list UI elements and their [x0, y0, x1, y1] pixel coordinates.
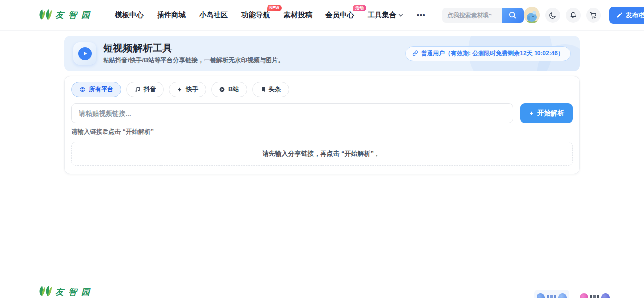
pencil-icon: [616, 12, 623, 18]
footer-logo[interactable]: 友智园: [38, 284, 94, 298]
cart-icon: [590, 11, 597, 19]
activity-badge: 活动: [353, 5, 366, 11]
banner-texts: 短视频解析工具 粘贴抖音/快手/B站等平台分享链接，一键解析无水印视频与图片。: [103, 42, 284, 65]
badge-logo-icon: [558, 293, 567, 298]
nav-item-feature-nav[interactable]: 功能导航 NEW: [241, 10, 270, 20]
platform-tabs: 所有平台 抖音 快手 B站: [71, 82, 573, 97]
footer-logo-leaves-icon: [38, 284, 53, 298]
notifications-button[interactable]: [566, 8, 581, 23]
chevron-down-icon: [398, 13, 403, 18]
bell-icon: [569, 11, 577, 19]
cart-button[interactable]: [586, 8, 601, 23]
search-icon: [508, 11, 517, 19]
tab-all-platforms[interactable]: 所有平台: [71, 82, 121, 97]
globe-icon: [79, 86, 86, 93]
top-header: 友智园 模板中心 插件商城 小岛社区 功能导航 NEW 素材投稿 会员中心 活动…: [0, 0, 644, 31]
bolt-icon: [529, 110, 534, 117]
play-circle-icon: [219, 86, 225, 93]
nav-item-template-center[interactable]: 模板中心: [115, 10, 144, 20]
tab-douyin[interactable]: 抖音: [126, 82, 164, 97]
header-actions: 发布/投稿 开通会员: [524, 7, 644, 24]
footer-certification-badge-1[interactable]: [534, 290, 569, 298]
play-icon: [78, 47, 92, 60]
site-logo[interactable]: 友智园: [38, 8, 94, 23]
user-avatar[interactable]: [524, 7, 540, 23]
main-content: 短视频解析工具 粘贴抖音/快手/B站等平台分享链接，一键解析无水印视频与图片。 …: [64, 36, 580, 174]
helper-text: 请输入链接后点击 “开始解析”: [71, 128, 573, 136]
empty-state-text: 请先输入分享链接，再点击 “开始解析” 。: [262, 149, 381, 158]
lightning-icon: [177, 86, 183, 93]
tool-banner: 短视频解析工具 粘贴抖音/快手/B站等平台分享链接，一键解析无水印视频与图片。 …: [64, 36, 580, 71]
video-link-input[interactable]: [71, 103, 513, 123]
nav-item-island-community[interactable]: 小岛社区: [199, 10, 228, 20]
empty-state: 请先输入分享链接，再点击 “开始解析” 。: [71, 142, 573, 166]
start-parse-button[interactable]: 开始解析: [520, 103, 573, 123]
dark-mode-button[interactable]: [545, 8, 560, 23]
badge-logo-icon: [580, 293, 588, 298]
page-title: 短视频解析工具: [103, 42, 284, 54]
footer-badges: [534, 290, 612, 298]
footer-certification-badge-2[interactable]: [577, 290, 612, 298]
avatar-illustration: [525, 10, 538, 23]
search-input[interactable]: [442, 8, 502, 23]
parser-card: 所有平台 抖音 快手 B站: [64, 76, 580, 174]
music-note-icon: [134, 86, 141, 93]
publish-button[interactable]: 发布/投稿: [609, 7, 644, 24]
tab-toutiao[interactable]: 头条: [252, 82, 289, 97]
badge-logo-icon: [601, 293, 610, 298]
nav-item-material-submit[interactable]: 素材投稿: [283, 10, 312, 20]
user-status-badge: 普通用户（有效期: 公测限时免费剩余12天 10:02:46）: [405, 46, 571, 61]
parse-input-row: 开始解析: [71, 103, 573, 123]
page-subtitle: 粘贴抖音/快手/B站等平台分享链接，一键解析无水印视频与图片。: [103, 56, 284, 65]
bookmark-icon: [260, 86, 266, 93]
nav-item-plugin-mall[interactable]: 插件商城: [157, 10, 186, 20]
search-button[interactable]: [502, 8, 524, 23]
logo-text: 友智园: [55, 9, 94, 21]
badge-logo-icon: [537, 293, 545, 298]
tab-bilibili[interactable]: B站: [211, 82, 247, 97]
moon-icon: [549, 11, 557, 19]
tab-kuaishou[interactable]: 快手: [169, 82, 206, 97]
main-nav: 模板中心 插件商城 小岛社区 功能导航 NEW 素材投稿 会员中心 活动 工具集…: [115, 10, 426, 20]
nav-more-menu[interactable]: •••: [417, 11, 426, 19]
header-search: [442, 8, 524, 23]
logo-leaves-icon: [38, 8, 53, 23]
nav-item-member-center[interactable]: 会员中心 活动: [325, 10, 354, 20]
nav-item-tools-dropdown[interactable]: 工具集合: [368, 10, 403, 20]
footer-logo-text: 友智园: [55, 286, 94, 298]
new-badge: NEW: [267, 5, 282, 11]
tool-icon: [73, 42, 96, 65]
link-icon: [412, 50, 418, 56]
